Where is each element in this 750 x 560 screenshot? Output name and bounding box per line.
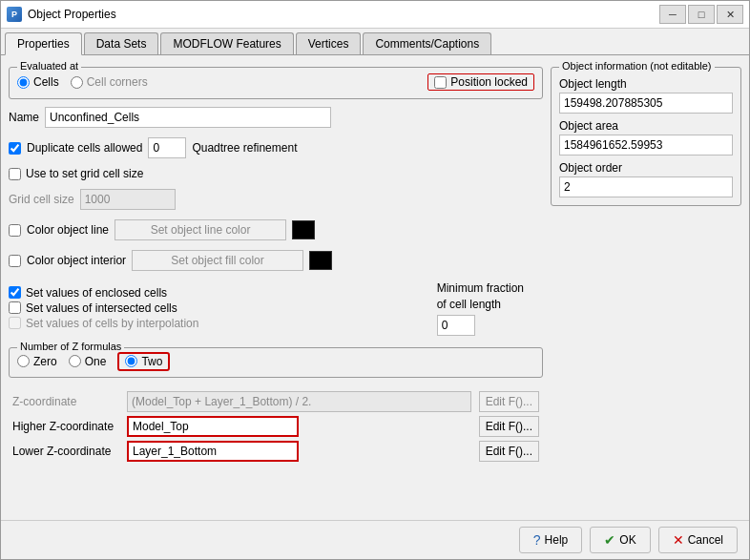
two-radio[interactable]	[125, 355, 137, 367]
color-interior-label: Color object interior	[27, 254, 126, 267]
object-length-value	[559, 93, 733, 114]
quadtree-input[interactable]	[148, 137, 186, 158]
duplicate-cells-label: Duplicate cells allowed	[27, 141, 142, 155]
higher-z-input[interactable]	[127, 416, 299, 437]
lower-z-input[interactable]	[127, 441, 299, 462]
two-radio-box: Two	[117, 352, 170, 371]
fill-color-swatch	[309, 251, 332, 270]
name-input[interactable]	[45, 107, 331, 128]
cell-corners-radio-label[interactable]: Cell corners	[71, 75, 148, 89]
grid-cell-size-row: Grid cell size	[9, 187, 543, 212]
z-formulas-group: Number of Z formulas Zero One Two	[9, 347, 543, 378]
set-interpolation-checkbox	[9, 317, 21, 329]
object-info-title: Object information (not editable)	[559, 60, 715, 72]
window-controls: ─ □ ✕	[659, 5, 743, 24]
tab-modflow[interactable]: MODFLOW Features	[160, 32, 293, 54]
min-fraction-label2: of cell length	[437, 297, 501, 313]
higher-z-row: Higher Z-coordinate Edit F()...	[9, 414, 543, 439]
grid-cell-size-label: Grid cell size	[9, 193, 74, 206]
minimize-button[interactable]: ─	[659, 5, 686, 24]
object-order-field: Object order	[559, 161, 733, 197]
higher-z-edit-btn[interactable]: Edit F()...	[479, 416, 539, 437]
one-radio[interactable]	[69, 355, 81, 367]
set-enclosed-checkbox[interactable]	[9, 286, 21, 299]
color-interior-checkbox[interactable]	[9, 255, 21, 267]
position-locked-container: Position locked	[427, 73, 534, 91]
lower-z-edit-btn[interactable]: Edit F()...	[479, 441, 539, 462]
set-enclosed-label: Set values of enclosed cells	[26, 286, 167, 300]
tab-bar: Properties Data Sets MODFLOW Features Ve…	[1, 29, 749, 55]
eval-row: Cells Cell corners Position locked	[17, 72, 534, 93]
cells-radio-label[interactable]: Cells	[17, 75, 59, 89]
use-set-grid-label: Use to set grid cell size	[26, 167, 143, 180]
object-info-box: Object information (not editable) Object…	[551, 67, 741, 206]
color-interior-row: Color object interior Set object fill co…	[9, 248, 543, 273]
duplicate-cells-row: Duplicate cells allowed Quadtree refinem…	[9, 135, 543, 160]
window-title: Object Properties	[28, 8, 654, 21]
object-length-label: Object length	[559, 77, 733, 91]
cell-corners-radio[interactable]	[71, 76, 83, 89]
object-order-label: Object order	[559, 161, 733, 175]
cancel-label: Cancel	[688, 533, 723, 547]
bottom-bar: ? Help ✔ OK ✕ Cancel	[1, 520, 749, 559]
set-intersected-row: Set values of intersected cells	[9, 301, 431, 316]
object-length-field: Object length	[559, 77, 733, 114]
zero-radio-label[interactable]: Zero	[17, 355, 57, 368]
ok-label: OK	[619, 533, 635, 547]
z-coord-edit-btn[interactable]: Edit F()...	[479, 391, 539, 412]
z-coord-row: Z-coordinate Edit F()...	[9, 389, 543, 414]
right-panel: Object information (not editable) Object…	[551, 63, 741, 512]
duplicate-cells-checkbox[interactable]	[9, 142, 21, 155]
color-line-label: Color object line	[27, 223, 109, 237]
maximize-button[interactable]: □	[688, 5, 715, 24]
name-row: Name	[9, 105, 543, 130]
z-table: Z-coordinate Edit F()... Higher Z-coordi…	[9, 389, 543, 464]
set-enclosed-row: Set values of enclosed cells	[9, 285, 431, 301]
min-fraction-input[interactable]	[437, 315, 475, 336]
z-coord-input	[127, 391, 471, 412]
help-button[interactable]: ? Help	[519, 527, 582, 553]
name-label: Name	[9, 111, 39, 124]
higher-z-label: Higher Z-coordinate	[9, 414, 123, 439]
left-panel: Evaluated at Cells Cell corners Position…	[9, 63, 543, 512]
tab-vertices[interactable]: Vertices	[296, 32, 362, 54]
object-properties-window: P Object Properties ─ □ ✕ Properties Dat…	[0, 0, 750, 560]
title-bar: P Object Properties ─ □ ✕	[1, 1, 749, 29]
set-interpolation-row: Set values of cells by interpolation	[9, 316, 431, 331]
window-icon: P	[7, 7, 22, 22]
color-line-checkbox[interactable]	[9, 224, 21, 237]
set-interpolation-label: Set values of cells by interpolation	[26, 317, 198, 330]
set-values-enclosed-row: Set values of enclosed cells Set values …	[9, 279, 543, 338]
set-fill-color-button[interactable]: Set object fill color	[132, 250, 303, 271]
tab-datasets[interactable]: Data Sets	[84, 32, 159, 54]
set-intersected-label: Set values of intersected cells	[26, 301, 177, 315]
lower-z-row: Lower Z-coordinate Edit F()...	[9, 439, 543, 464]
min-fraction-label1: Minimum fraction	[437, 280, 524, 297]
z-formula-radios: Zero One Two	[17, 352, 534, 371]
one-radio-label[interactable]: One	[69, 355, 107, 368]
tab-comments[interactable]: Comments/Captions	[363, 32, 491, 54]
ok-button[interactable]: ✔ OK	[590, 527, 650, 553]
evaluated-at-group: Evaluated at Cells Cell corners Position…	[9, 67, 543, 99]
quadtree-label: Quadtree refinement	[192, 141, 297, 155]
position-locked-label: Position locked	[450, 75, 528, 89]
use-set-grid-row: Use to set grid cell size	[9, 166, 543, 181]
set-line-color-button[interactable]: Set object line color	[115, 219, 286, 240]
set-intersected-checkbox[interactable]	[9, 301, 21, 314]
position-locked-checkbox[interactable]	[434, 76, 447, 89]
grid-cell-size-input	[80, 189, 176, 210]
close-button[interactable]: ✕	[717, 5, 743, 24]
object-order-value	[559, 176, 733, 197]
cancel-button[interactable]: ✕ Cancel	[658, 527, 738, 553]
cancel-icon: ✕	[673, 532, 684, 548]
evaluated-at-label: Evaluated at	[17, 60, 81, 72]
help-label: Help	[545, 533, 569, 547]
two-radio-label[interactable]: Two	[125, 355, 162, 368]
color-line-row: Color object line Set object line color	[9, 218, 543, 242]
use-set-grid-checkbox[interactable]	[9, 168, 21, 180]
object-area-value	[559, 135, 733, 156]
main-content: Evaluated at Cells Cell corners Position…	[1, 55, 749, 520]
zero-radio[interactable]	[17, 355, 30, 367]
cells-radio[interactable]	[17, 76, 30, 89]
tab-properties[interactable]: Properties	[5, 32, 82, 55]
